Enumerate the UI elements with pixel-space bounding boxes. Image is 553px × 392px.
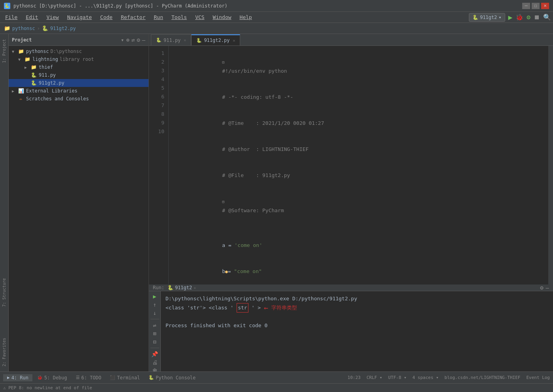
code-content[interactable]: ⊟ #!/usr/bin/env python # -*- coding: ut… [169, 46, 548, 285]
project-settings-icon[interactable]: ⚙ [137, 37, 140, 43]
tree-item-lightning[interactable]: ▼ 📁 lightning library root [9, 55, 149, 63]
run-print-icon[interactable]: 🖨 [152, 359, 158, 366]
editor-tab-bar: 🐍 911.py ✕ 🐍 911gt2.py ✕ [149, 34, 553, 46]
tree-sublabel: D:\pythonsc [51, 49, 82, 54]
run-console: D:\pythonsc\lightning\Scripts\python.exe… [161, 291, 553, 371]
terminal-tab-label: Terminal [117, 375, 140, 381]
bottom-tab-python-console[interactable]: 🐍 Python Console [145, 374, 199, 381]
bottom-tab-bar: ▶ 4: Run 🐞 5: Debug ☰ 6: TODO ⬛ Terminal… [0, 371, 553, 383]
fold-icon: ⊟ [222, 200, 224, 204]
run-config-dropdown[interactable]: 🐍 911gt2 ▾ [469, 13, 505, 22]
blog-link[interactable]: blog.csdn.net/LIGHTNING-THIEF [444, 375, 520, 380]
content-area: 1: Project 7: Structure 2: Favorites Pro… [0, 34, 553, 371]
code-line-4: # @Author : LIGHTNING-THIEF [173, 136, 544, 162]
project-hide-icon[interactable]: — [142, 37, 145, 43]
run-align-icon[interactable]: ⊟ [153, 339, 156, 345]
editor-scrollbar[interactable] [548, 46, 553, 285]
run-down-icon[interactable]: ↓ [153, 310, 156, 316]
run-rerun-icon[interactable]: ▶ [153, 293, 156, 300]
annotation-text: 字符串类型 [271, 303, 297, 312]
breadcrumb-file[interactable]: 911gt2.py [50, 26, 76, 31]
structure-tab[interactable]: 7: Structure [0, 275, 8, 310]
run-pin-icon[interactable]: 📌 [151, 351, 158, 357]
run-config-label: 911gt2 [480, 15, 497, 20]
tree-item-thief[interactable]: ▶ 📁 thief [9, 63, 149, 71]
run-tab-911gt2[interactable]: 🐍 911gt2 ✕ [167, 285, 196, 290]
menu-run[interactable]: Run [151, 13, 166, 21]
debug-button[interactable]: 🐞 [515, 13, 523, 21]
menu-code[interactable]: Code [97, 13, 116, 21]
tree-item-scratches[interactable]: ✏ Scratches and Consoles [9, 95, 149, 103]
project-dropdown-icon[interactable]: ▾ [121, 37, 124, 43]
menu-tools[interactable]: Tools [168, 13, 190, 21]
favorites-tab[interactable]: 2: Favorites [0, 335, 8, 369]
tree-label: External Libraries [26, 88, 77, 94]
menu-file[interactable]: File [2, 13, 21, 21]
tab-close-button[interactable]: ✕ [184, 38, 186, 42]
menu-navigate[interactable]: Navigate [64, 13, 95, 21]
run-label: Run: [153, 285, 164, 290]
code-line-1: ⊟ #!/usr/bin/env python [173, 49, 544, 84]
event-log-link[interactable]: Event Log [526, 375, 550, 380]
build-button[interactable]: ⚙ [527, 13, 530, 21]
menu-view[interactable]: View [43, 13, 62, 21]
code-line-9: b●= "come on" [173, 258, 544, 285]
console-line-output: <class 'str'> <class 'str' > ← 字符串类型 [166, 303, 548, 313]
editor-section: 🐍 911.py ✕ 🐍 911gt2.py ✕ 1 [149, 34, 553, 285]
bottom-tab-run[interactable]: ▶ 4: Run [3, 374, 32, 381]
tree-item-911py[interactable]: 🐍 911.py [9, 71, 149, 79]
debug-icon: 🐞 [37, 375, 43, 380]
code-line-5: # @File : 911gt2.py [173, 162, 544, 188]
run-up-icon[interactable]: ↑ [153, 302, 156, 308]
menu-help[interactable]: Help [237, 13, 255, 21]
stop-button[interactable]: ⏹ [534, 13, 540, 21]
tab-911py[interactable]: 🐍 911.py ✕ [151, 34, 191, 45]
tree-label: lightning [32, 57, 58, 62]
bottom-tab-debug[interactable]: 🐞 5: Debug [33, 374, 71, 381]
run-settings-icon[interactable]: ⚙ [540, 285, 543, 291]
menu-edit[interactable]: Edit [23, 13, 41, 21]
menu-refactor[interactable]: Refactor [118, 13, 149, 21]
search-everywhere-button[interactable]: 🔍 [543, 13, 551, 21]
cursor-position[interactable]: 10:23 [348, 375, 361, 380]
title-text: pythonsc [D:\pythonsc] - ...\911gt2.py [… [13, 3, 522, 9]
editor-area: 🐍 911.py ✕ 🐍 911gt2.py ✕ 1 [149, 34, 553, 285]
tree-item-external-libraries[interactable]: ▶ 📊 External Libraries [9, 87, 149, 95]
project-collapse-icon[interactable]: ⇄ [132, 37, 135, 43]
close-button[interactable]: ✕ [541, 3, 549, 9]
run-delete-icon[interactable]: 🗑 [152, 368, 158, 371]
tree-item-pythonsc[interactable]: ▼ 📁 pythonsc D:\pythonsc [9, 47, 149, 55]
code-line-2: # -*- coding: utf-8 -*- [173, 84, 544, 110]
project-add-icon[interactable]: ⊕ [126, 37, 129, 43]
annotation-arrow-icon: ← [264, 303, 268, 312]
indent[interactable]: 4 spaces ▾ [412, 375, 438, 380]
python-file-icon: 🐍 [30, 72, 37, 78]
line-ending[interactable]: CRLF ▾ [367, 375, 382, 380]
arrow-icon: ▶ [12, 89, 17, 93]
status-bar: ⚠ PEP 8: no newline at end of file [0, 383, 553, 392]
run-tab-close-button[interactable]: ✕ [194, 286, 196, 290]
tree-item-911gt2py[interactable]: 🐍 911gt2.py [9, 79, 149, 87]
run-wrap-icon[interactable]: ⇌ [153, 322, 156, 328]
menu-vcs[interactable]: VCS [192, 13, 207, 21]
run-minimize-icon[interactable]: — [546, 285, 549, 291]
bottom-tab-terminal[interactable]: ⬛ Terminal [106, 374, 144, 381]
breadcrumb-project[interactable]: pythonsc [12, 26, 35, 31]
run-toolbar: ▶ ↑ ↓ ⇌ ⊞ ⊟ 📌 🖨 🗑 [149, 291, 161, 371]
run-tab-icon: 🐍 [167, 285, 173, 290]
breadcrumb: 📁 pythonsc › 🐍 911gt2.py [0, 23, 553, 34]
tab-close-button[interactable]: ✕ [233, 38, 235, 43]
status-info-bar: 10:23 CRLF ▾ UTF-8 ▾ 4 spaces ▾ blog.csd… [348, 375, 550, 380]
run-format-icon[interactable]: ⊞ [153, 330, 156, 337]
tab-911gt2py[interactable]: 🐍 911gt2.py ✕ [191, 34, 240, 45]
bottom-tab-todo[interactable]: ☰ 6: TODO [72, 374, 105, 381]
menu-window[interactable]: Window [210, 13, 235, 21]
run-button[interactable]: ▶ [508, 13, 513, 21]
tree-label: 911.py [39, 72, 56, 78]
minimize-button[interactable]: ─ [522, 3, 530, 9]
project-panel-tab[interactable]: 1: Project [0, 36, 8, 66]
encoding[interactable]: UTF-8 ▾ [388, 375, 406, 380]
folder-icon: 📁 [30, 64, 37, 70]
maximize-button[interactable]: □ [532, 3, 540, 9]
scratch-icon: ✏ [17, 96, 24, 102]
